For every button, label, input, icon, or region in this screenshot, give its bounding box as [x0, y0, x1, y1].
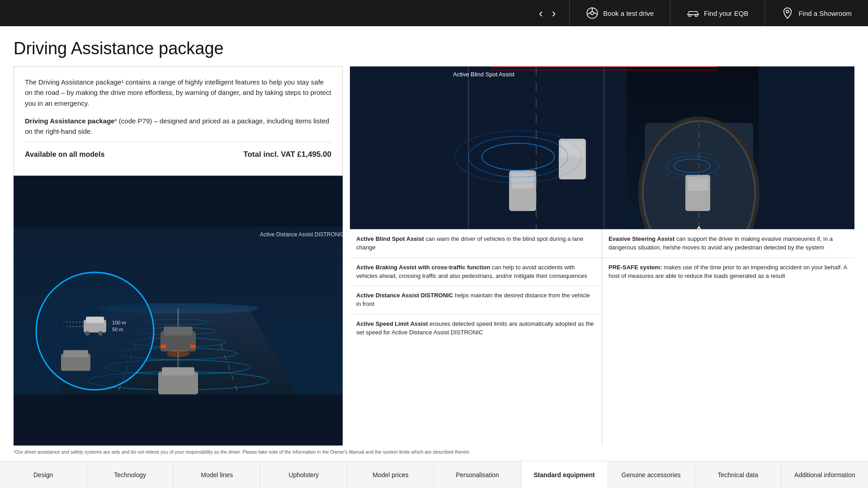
svg-text:Active Distance Assist DISTRON: Active Distance Assist DISTRONIC — [260, 231, 343, 237]
feature-title: PRE-SAFE system: — [609, 264, 662, 271]
svg-rect-23 — [86, 316, 104, 323]
nav-standard-equipment[interactable]: Standard equipment — [521, 461, 608, 488]
content-row: The Driving Assistance package¹ contains… — [14, 66, 854, 446]
location-icon — [781, 7, 794, 19]
svg-rect-33 — [190, 344, 196, 348]
main-content: Driving Assistance package The Driving A… — [0, 26, 868, 461]
left-panel: The Driving Assistance package¹ contains… — [14, 66, 343, 446]
blind-spot-scene-svg: ! Active Blind Spot Assist — [350, 66, 854, 229]
feature-braking: Active Braking Assist with cross-traffic… — [350, 258, 602, 286]
nav-model-prices[interactable]: Model prices — [347, 461, 434, 488]
nav-additional-information[interactable]: Additional information — [782, 461, 868, 488]
footnote: ¹Our driver assistance and safety system… — [14, 446, 854, 456]
package-name: Driving Assistance package¹ — [25, 117, 117, 125]
feature-evasive: Evasive Steering Assist can support the … — [602, 230, 854, 258]
feature-title: Active Braking Assist with cross-traffic… — [356, 264, 490, 271]
svg-point-8 — [787, 10, 789, 13]
svg-rect-39 — [63, 350, 88, 357]
find-showroom-label: Find a Showroom — [798, 9, 852, 17]
car-icon — [687, 7, 699, 19]
svg-point-24 — [85, 331, 90, 335]
find-eqb-button[interactable]: Find your EQB — [670, 0, 764, 26]
package-code-text: Driving Assistance package¹ (code P79) –… — [25, 116, 331, 137]
feature-title: Active Distance Assist DISTRONIC — [356, 292, 453, 299]
feature-distronic: Active Distance Assist DISTRONIC helps m… — [350, 286, 602, 314]
price-row: Available on all models Total incl. VAT … — [25, 142, 331, 165]
nav-technology[interactable]: Technology — [87, 461, 174, 488]
svg-text:100 m: 100 m — [112, 319, 126, 325]
nav-design[interactable]: Design — [0, 461, 87, 488]
feature-title: Active Blind Spot Assist — [356, 235, 424, 242]
feature-blind-spot: Active Blind Spot Assist can warn the dr… — [350, 230, 602, 258]
availability-label: Available on all models — [25, 149, 104, 160]
steering-wheel-icon — [586, 7, 599, 19]
nav-model-lines[interactable]: Model lines — [174, 461, 260, 488]
features-right-column: Evasive Steering Assist can support the … — [602, 230, 854, 446]
book-test-drive-button[interactable]: Book a test drive — [569, 0, 670, 26]
svg-point-1 — [591, 12, 594, 15]
distronic-image: 100 m 50 m A — [14, 176, 343, 446]
features-grid: Active Blind Spot Assist can warn the dr… — [350, 229, 854, 446]
bottom-navigation: Design Technology Model lines Upholstery… — [0, 461, 868, 488]
svg-text:Active Blind Spot Assist: Active Blind Spot Assist — [453, 71, 514, 78]
nav-personalisation[interactable]: Personalisation — [434, 461, 521, 488]
features-left-column: Active Blind Spot Assist can warn the dr… — [350, 230, 602, 446]
svg-rect-36 — [162, 367, 194, 375]
svg-point-34 — [167, 350, 189, 357]
svg-rect-46 — [511, 173, 534, 188]
prev-button[interactable]: ‹ — [534, 6, 547, 20]
find-eqb-label: Find your EQB — [704, 9, 748, 17]
nav-upholstery[interactable]: Upholstery — [260, 461, 347, 488]
svg-rect-32 — [160, 344, 166, 348]
book-test-drive-label: Book a test drive — [603, 9, 654, 17]
distronic-scene-svg: 100 m 50 m A — [14, 176, 343, 446]
nav-arrows: ‹ › — [525, 0, 569, 26]
page-title: Driving Assistance package — [14, 39, 854, 58]
right-panel: ! Active Blind Spot Assist Active Blind … — [350, 66, 854, 446]
svg-rect-31 — [164, 326, 193, 335]
svg-text:50 m: 50 m — [112, 326, 123, 332]
feature-speed-limit: Active Speed Limit Assist ensures detect… — [350, 314, 602, 343]
description-text: The Driving Assistance package¹ contains… — [25, 77, 331, 108]
svg-point-25 — [98, 331, 103, 335]
top-navigation: ‹ › Book a test drive Find your EQB Find… — [0, 0, 868, 26]
find-showroom-button[interactable]: Find a Showroom — [764, 0, 868, 26]
feature-title: Evasive Steering Assist — [609, 235, 675, 242]
price-label: Total incl. VAT £1,495.00 — [243, 149, 331, 160]
blind-spot-image: ! Active Blind Spot Assist — [350, 66, 854, 229]
feature-title: Active Speed Limit Assist — [356, 320, 428, 327]
description-box: The Driving Assistance package¹ contains… — [14, 66, 343, 176]
next-button[interactable]: › — [547, 6, 561, 20]
feature-presafe: PRE-SAFE system: makes use of the time p… — [602, 258, 854, 286]
nav-technical-data[interactable]: Technical data — [695, 461, 782, 488]
nav-genuine-accessories[interactable]: Genuine accessories — [608, 461, 695, 488]
